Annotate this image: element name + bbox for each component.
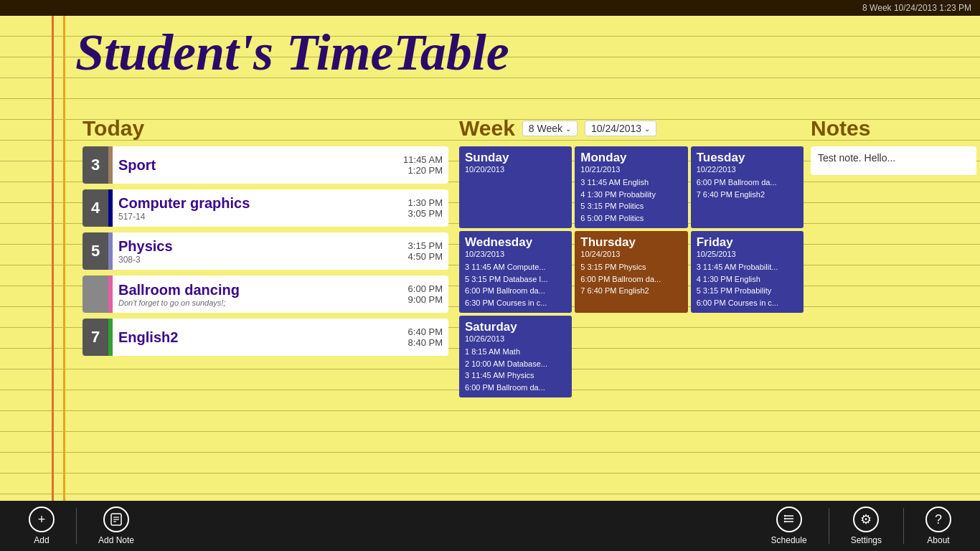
day-event: 5 3:15 PM Probability	[697, 285, 798, 297]
day-event: 4 1:30 PM Probability	[580, 189, 682, 201]
week-title: Week	[459, 116, 515, 141]
day-name: Tuesday	[697, 151, 798, 165]
class-info: Physics308-3	[113, 232, 402, 270]
day-date: 10/24/2013	[580, 250, 682, 258]
class-card[interactable]: 7English26:40 PM8:40 PM	[83, 319, 448, 356]
class-info: Sport	[113, 146, 397, 184]
class-number	[83, 276, 108, 313]
week-header: Week 8 Week ⌄ 10/24/2013 ⌄	[459, 116, 804, 141]
day-event: 7 6:40 PM English2	[697, 189, 798, 201]
schedule-label: Schedule	[771, 535, 807, 545]
add-note-button[interactable]: Add Note	[84, 507, 149, 545]
day-name: Saturday	[465, 320, 566, 334]
divider-3	[903, 508, 904, 544]
day-event: 5 3:15 PM Politics	[580, 200, 682, 212]
day-event: 6:00 PM Ballroom da...	[580, 273, 682, 286]
divider-2	[829, 508, 829, 544]
day-cell-monday[interactable]: Monday10/21/20133 11:45 AM English4 1:30…	[575, 146, 687, 228]
day-cell-thursday[interactable]: Thursday10/24/20135 3:15 PM Physics6:00 …	[575, 231, 687, 313]
day-event: 5 3:15 PM Database I...	[465, 273, 566, 286]
day-event: 3 11:45 AM English	[580, 176, 682, 189]
day-event: 6:00 PM Ballroom da...	[697, 176, 798, 189]
schedule-icon	[776, 507, 802, 532]
schedule-button[interactable]: Schedule	[757, 507, 821, 545]
day-cell-sunday[interactable]: Sunday10/20/2013	[459, 146, 572, 228]
day-event: 6:00 PM Ballroom da...	[465, 382, 566, 394]
title-area: Student's TimeTable	[75, 27, 980, 78]
class-number: 5	[83, 232, 108, 270]
day-event: 3 11:45 AM Compute...	[465, 261, 566, 273]
class-time-end: 4:50 PM	[408, 251, 443, 262]
date-selector[interactable]: 10/24/2013 ⌄	[585, 121, 656, 136]
class-name: Physics	[118, 238, 397, 255]
class-card[interactable]: 4Computer graphics517-141:30 PM3:05 PM	[83, 189, 448, 227]
day-event: 7 6:40 PM English2	[580, 285, 682, 297]
week-chevron-icon: ⌄	[565, 125, 571, 133]
date-chevron-icon: ⌄	[644, 125, 650, 133]
day-name: Wednesday	[465, 235, 566, 250]
day-events: 6:00 PM Ballroom da...7 6:40 PM English2	[697, 176, 798, 200]
class-time-start: 1:30 PM	[408, 197, 443, 208]
day-cell-wednesday[interactable]: Wednesday10/23/20133 11:45 AM Compute...…	[459, 231, 572, 313]
notebook-lines	[0, 16, 72, 501]
about-label: About	[927, 535, 949, 545]
week-section: Week 8 Week ⌄ 10/24/2013 ⌄ Sunday10/20/2…	[456, 109, 807, 501]
day-events: 5 3:15 PM Physics6:00 PM Ballroom da...7…	[580, 261, 682, 297]
day-name: Thursday	[580, 235, 682, 250]
week-selector-label: 8 Week	[529, 123, 562, 134]
class-room: 308-3	[118, 255, 397, 265]
class-number: 7	[83, 319, 108, 356]
class-time-end: 1:20 PM	[408, 165, 443, 176]
day-date: 10/21/2013	[580, 165, 682, 174]
today-cards: 3Sport11:45 AM1:20 PM4Computer graphics5…	[83, 146, 448, 356]
class-time-start: 6:40 PM	[408, 326, 443, 337]
add-button[interactable]: + Add	[14, 507, 69, 545]
note-card[interactable]: Test note. Hello...	[811, 146, 976, 175]
day-event: 6:00 PM Courses in c...	[697, 297, 798, 309]
day-event: 6:30 PM Courses in c...	[465, 297, 566, 309]
top-bar: 8 Week 10/24/2013 1:23 PM	[0, 0, 980, 16]
day-date: 10/20/2013	[465, 165, 566, 174]
day-event: 3 11:45 AM Probabilit...	[697, 261, 798, 273]
class-time-start: 3:15 PM	[408, 240, 443, 251]
day-name: Sunday	[465, 151, 566, 165]
class-time: 6:40 PM8:40 PM	[402, 319, 448, 356]
class-card[interactable]: 5Physics308-33:15 PM4:50 PM	[83, 232, 448, 270]
day-events: 1 8:15 AM Math2 10:00 AM Database...3 11…	[465, 346, 566, 393]
class-name: Sport	[118, 157, 392, 174]
divider-1	[76, 508, 77, 544]
class-card[interactable]: 3Sport11:45 AM1:20 PM	[83, 146, 448, 184]
add-note-label: Add Note	[98, 535, 134, 545]
about-button[interactable]: ? About	[911, 507, 966, 545]
day-cell-friday[interactable]: Friday10/25/20133 11:45 AM Probabilit...…	[691, 231, 804, 313]
add-label: Add	[34, 535, 49, 545]
main-content: Student's TimeTable Today 3Sport11:45 AM…	[0, 16, 980, 501]
datetime-display: 8 Week 10/24/2013 1:23 PM	[862, 3, 971, 13]
svg-point-8	[783, 518, 785, 519]
class-info: Computer graphics517-14	[113, 189, 402, 227]
day-date: 10/23/2013	[465, 250, 566, 258]
day-cell-tuesday[interactable]: Tuesday10/22/20136:00 PM Ballroom da...7…	[691, 146, 804, 228]
class-time: 6:00 PM9:00 PM	[402, 276, 448, 313]
class-time-start: 11:45 AM	[403, 154, 443, 165]
day-event: 5 3:15 PM Physics	[580, 261, 682, 273]
day-cell-saturday[interactable]: Saturday10/26/20131 8:15 AM Math2 10:00 …	[459, 316, 572, 397]
class-time-start: 6:00 PM	[408, 283, 443, 294]
class-info: Ballroom dancingDon't forget to go on su…	[113, 276, 402, 313]
notes-section: Notes Test note. Hello...	[807, 109, 980, 501]
day-event: 4 1:30 PM English	[697, 273, 798, 286]
day-event: 1 8:15 AM Math	[465, 346, 566, 358]
class-note: Don't forget to go on sundays!;	[118, 298, 397, 307]
class-time: 1:30 PM3:05 PM	[402, 189, 448, 227]
settings-button[interactable]: ⚙ Settings	[837, 507, 896, 545]
class-number: 4	[83, 189, 108, 227]
day-date: 10/25/2013	[697, 250, 798, 258]
class-card[interactable]: Ballroom dancingDon't forget to go on su…	[83, 276, 448, 313]
week-selector[interactable]: 8 Week ⌄	[522, 121, 578, 136]
today-section: Today 3Sport11:45 AM1:20 PM4Computer gra…	[75, 109, 456, 501]
settings-label: Settings	[851, 535, 882, 545]
class-name: English2	[118, 329, 397, 346]
add-note-icon	[103, 507, 129, 532]
add-icon: +	[29, 507, 55, 532]
class-time-end: 8:40 PM	[408, 337, 443, 348]
